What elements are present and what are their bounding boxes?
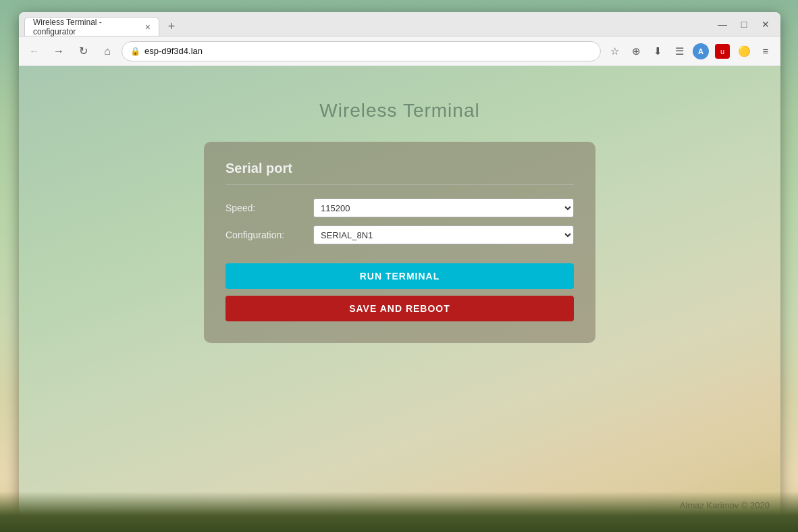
- forward-button[interactable]: →: [49, 41, 69, 61]
- close-button[interactable]: ✕: [756, 15, 775, 34]
- speed-label: Speed:: [225, 203, 313, 213]
- new-tab-button[interactable]: +: [162, 17, 181, 36]
- lock-icon: 🔒: [130, 47, 140, 56]
- title-bar: Wireless Terminal - configurator × + — □…: [19, 12, 780, 36]
- nav-bar: ← → ↻ ⌂ 🔒 esp-d9f3d4.lan ☆ ⊕ ⬇ ☰ A u 🟡: [19, 36, 780, 66]
- minimize-button[interactable]: —: [713, 15, 732, 34]
- tab-label: Wireless Terminal - configurator: [33, 18, 140, 36]
- window-controls: — □ ✕: [713, 15, 775, 34]
- maximize-button[interactable]: □: [735, 15, 753, 34]
- speed-select[interactable]: 115200 9600 19200 38400 57600 230400: [313, 198, 574, 217]
- page-title: Wireless Terminal: [319, 100, 479, 122]
- shield-badge: u: [715, 44, 730, 59]
- home-button[interactable]: ⌂: [97, 41, 117, 61]
- shield-icon[interactable]: u: [713, 42, 732, 61]
- pocket-button[interactable]: ⊕: [627, 42, 645, 61]
- tab-close-button[interactable]: ×: [145, 22, 151, 32]
- reader-button[interactable]: ☰: [670, 42, 689, 61]
- save-reboot-button[interactable]: SAVE AND REBOOT: [225, 296, 574, 321]
- back-button[interactable]: ←: [24, 41, 45, 61]
- avatar-icon[interactable]: A: [691, 42, 710, 61]
- download-button[interactable]: ⬇: [648, 42, 667, 61]
- nav-right-icons: ☆ ⊕ ⬇ ☰ A u 🟡 ≡: [605, 42, 775, 61]
- config-select[interactable]: SERIAL_8N1 SERIAL_8N2 SERIAL_8E1 SERIAL_…: [313, 225, 574, 244]
- desktop: Wireless Terminal - configurator × + — □…: [0, 0, 798, 532]
- tab-area: Wireless Terminal - configurator × +: [24, 12, 708, 36]
- speed-row: Speed: 115200 9600 19200 38400 57600 230…: [225, 198, 574, 217]
- avatar-letter: A: [693, 43, 709, 59]
- menu-button[interactable]: ≡: [756, 42, 775, 61]
- bookmark-button[interactable]: ☆: [605, 42, 624, 61]
- browser-tab[interactable]: Wireless Terminal - configurator ×: [24, 17, 159, 36]
- browser-window: Wireless Terminal - configurator × + — □…: [19, 12, 780, 517]
- config-row: Configuration: SERIAL_8N1 SERIAL_8N2 SER…: [225, 225, 574, 244]
- address-text: esp-d9f3d4.lan: [144, 46, 592, 56]
- card-divider: [225, 184, 574, 185]
- extension-icon[interactable]: 🟡: [735, 42, 753, 61]
- page-footer: Almaz Karimov © 2020: [680, 500, 770, 510]
- page-content: Wireless Terminal Serial port Speed: 115…: [19, 66, 780, 517]
- config-card: Serial port Speed: 115200 9600 19200 384…: [204, 142, 595, 343]
- card-title: Serial port: [225, 161, 574, 176]
- address-bar[interactable]: 🔒 esp-d9f3d4.lan: [122, 41, 601, 61]
- config-label: Configuration:: [225, 230, 313, 240]
- run-terminal-button[interactable]: RUN TERMINAL: [225, 263, 574, 289]
- refresh-button[interactable]: ↻: [73, 41, 93, 61]
